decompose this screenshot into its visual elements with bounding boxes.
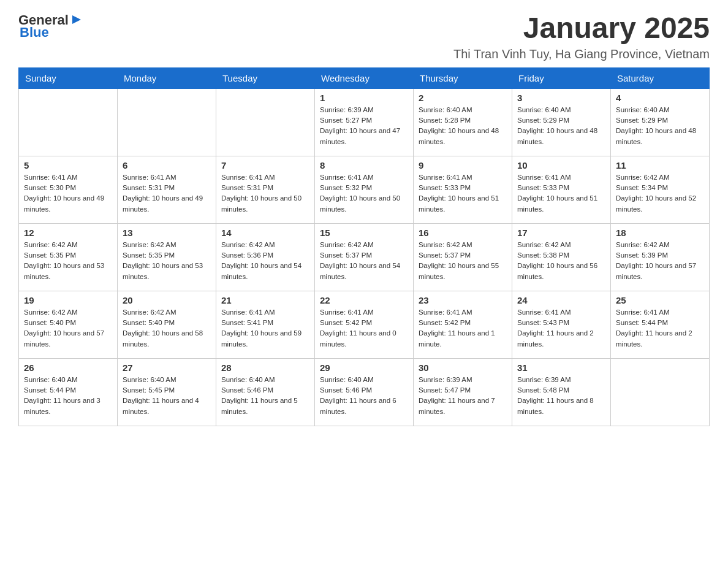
- day-info: Sunrise: 6:40 AM Sunset: 5:46 PM Dayligh…: [320, 375, 408, 417]
- day-number: 14: [221, 228, 309, 238]
- day-number: 12: [24, 228, 112, 238]
- day-info: Sunrise: 6:42 AM Sunset: 5:34 PM Dayligh…: [616, 172, 704, 215]
- calendar-cell: 19Sunrise: 6:42 AM Sunset: 5:40 PM Dayli…: [19, 291, 118, 358]
- day-number: 27: [123, 362, 211, 373]
- day-number: 18: [616, 228, 704, 238]
- calendar-cell: 2Sunrise: 6:40 AM Sunset: 5:28 PM Daylig…: [414, 88, 512, 156]
- day-info: Sunrise: 6:40 AM Sunset: 5:29 PM Dayligh…: [616, 105, 704, 147]
- day-number: 3: [517, 93, 605, 103]
- logo: General Blue: [18, 12, 83, 40]
- calendar-header-saturday: Saturday: [611, 67, 710, 88]
- calendar-cell: 3Sunrise: 6:40 AM Sunset: 5:29 PM Daylig…: [512, 88, 611, 156]
- day-number: 30: [419, 362, 507, 373]
- page-header: General Blue January 2025 Thi Tran Vinh …: [18, 12, 710, 61]
- calendar-cell: [118, 88, 216, 156]
- main-title: January 2025: [453, 12, 710, 45]
- title-section: January 2025 Thi Tran Vinh Tuy, Ha Giang…: [453, 12, 710, 61]
- day-info: Sunrise: 6:42 AM Sunset: 5:40 PM Dayligh…: [123, 307, 211, 350]
- day-number: 24: [517, 295, 605, 305]
- day-info: Sunrise: 6:41 AM Sunset: 5:31 PM Dayligh…: [123, 172, 211, 215]
- day-number: 15: [320, 228, 408, 238]
- day-info: Sunrise: 6:40 AM Sunset: 5:46 PM Dayligh…: [221, 375, 309, 417]
- day-info: Sunrise: 6:42 AM Sunset: 5:35 PM Dayligh…: [123, 240, 211, 282]
- day-number: 9: [419, 160, 507, 170]
- calendar-cell: [611, 358, 710, 426]
- day-number: 7: [221, 160, 309, 170]
- calendar-cell: 23Sunrise: 6:41 AM Sunset: 5:42 PM Dayli…: [414, 291, 512, 358]
- day-number: 22: [320, 295, 408, 305]
- day-number: 19: [24, 295, 112, 305]
- calendar-cell: 31Sunrise: 6:39 AM Sunset: 5:48 PM Dayli…: [512, 358, 611, 426]
- calendar-cell: 13Sunrise: 6:42 AM Sunset: 5:35 PM Dayli…: [118, 223, 216, 291]
- calendar-cell: 14Sunrise: 6:42 AM Sunset: 5:36 PM Dayli…: [216, 223, 315, 291]
- calendar-cell: 28Sunrise: 6:40 AM Sunset: 5:46 PM Dayli…: [216, 358, 315, 426]
- day-info: Sunrise: 6:41 AM Sunset: 5:41 PM Dayligh…: [221, 307, 309, 350]
- calendar-cell: 7Sunrise: 6:41 AM Sunset: 5:31 PM Daylig…: [216, 156, 315, 223]
- calendar-table: SundayMondayTuesdayWednesdayThursdayFrid…: [18, 67, 710, 426]
- calendar-cell: [19, 88, 118, 156]
- calendar-header-tuesday: Tuesday: [216, 67, 315, 88]
- day-number: 11: [616, 160, 704, 170]
- calendar-week-row: 1Sunrise: 6:39 AM Sunset: 5:27 PM Daylig…: [19, 88, 710, 156]
- calendar-cell: 17Sunrise: 6:42 AM Sunset: 5:38 PM Dayli…: [512, 223, 611, 291]
- calendar-cell: 11Sunrise: 6:42 AM Sunset: 5:34 PM Dayli…: [611, 156, 710, 223]
- day-info: Sunrise: 6:42 AM Sunset: 5:37 PM Dayligh…: [419, 240, 507, 282]
- day-info: Sunrise: 6:41 AM Sunset: 5:42 PM Dayligh…: [419, 307, 507, 350]
- day-number: 29: [320, 362, 408, 373]
- calendar-week-row: 5Sunrise: 6:41 AM Sunset: 5:30 PM Daylig…: [19, 156, 710, 223]
- day-number: 31: [517, 362, 605, 373]
- day-info: Sunrise: 6:41 AM Sunset: 5:32 PM Dayligh…: [320, 172, 408, 215]
- calendar-cell: 10Sunrise: 6:41 AM Sunset: 5:33 PM Dayli…: [512, 156, 611, 223]
- calendar-header-row: SundayMondayTuesdayWednesdayThursdayFrid…: [19, 67, 710, 88]
- day-number: 20: [123, 295, 211, 305]
- calendar-header-thursday: Thursday: [414, 67, 512, 88]
- logo-arrow-icon: [70, 13, 83, 26]
- day-number: 26: [24, 362, 112, 373]
- day-number: 5: [24, 160, 112, 170]
- calendar-cell: 22Sunrise: 6:41 AM Sunset: 5:42 PM Dayli…: [315, 291, 414, 358]
- day-info: Sunrise: 6:41 AM Sunset: 5:33 PM Dayligh…: [517, 172, 605, 215]
- day-info: Sunrise: 6:42 AM Sunset: 5:37 PM Dayligh…: [320, 240, 408, 282]
- calendar-header-monday: Monday: [118, 67, 216, 88]
- calendar-cell: 18Sunrise: 6:42 AM Sunset: 5:39 PM Dayli…: [611, 223, 710, 291]
- calendar-cell: 4Sunrise: 6:40 AM Sunset: 5:29 PM Daylig…: [611, 88, 710, 156]
- subtitle: Thi Tran Vinh Tuy, Ha Giang Province, Vi…: [453, 47, 710, 61]
- day-info: Sunrise: 6:40 AM Sunset: 5:44 PM Dayligh…: [24, 375, 112, 417]
- day-info: Sunrise: 6:40 AM Sunset: 5:29 PM Dayligh…: [517, 105, 605, 147]
- calendar-header-sunday: Sunday: [19, 67, 118, 88]
- day-number: 6: [123, 160, 211, 170]
- day-number: 21: [221, 295, 309, 305]
- day-number: 1: [320, 93, 408, 103]
- day-info: Sunrise: 6:41 AM Sunset: 5:30 PM Dayligh…: [24, 172, 112, 215]
- day-number: 2: [419, 93, 507, 103]
- calendar-week-row: 26Sunrise: 6:40 AM Sunset: 5:44 PM Dayli…: [19, 358, 710, 426]
- day-number: 10: [517, 160, 605, 170]
- logo-blue-text: Blue: [20, 25, 49, 40]
- calendar-header-wednesday: Wednesday: [315, 67, 414, 88]
- calendar-cell: 26Sunrise: 6:40 AM Sunset: 5:44 PM Dayli…: [19, 358, 118, 426]
- day-info: Sunrise: 6:42 AM Sunset: 5:38 PM Dayligh…: [517, 240, 605, 282]
- calendar-cell: 16Sunrise: 6:42 AM Sunset: 5:37 PM Dayli…: [414, 223, 512, 291]
- calendar-header-friday: Friday: [512, 67, 611, 88]
- calendar-cell: 8Sunrise: 6:41 AM Sunset: 5:32 PM Daylig…: [315, 156, 414, 223]
- day-number: 23: [419, 295, 507, 305]
- calendar-cell: 30Sunrise: 6:39 AM Sunset: 5:47 PM Dayli…: [414, 358, 512, 426]
- calendar-cell: 29Sunrise: 6:40 AM Sunset: 5:46 PM Dayli…: [315, 358, 414, 426]
- day-number: 28: [221, 362, 309, 373]
- calendar-cell: 21Sunrise: 6:41 AM Sunset: 5:41 PM Dayli…: [216, 291, 315, 358]
- calendar-cell: 1Sunrise: 6:39 AM Sunset: 5:27 PM Daylig…: [315, 88, 414, 156]
- day-info: Sunrise: 6:42 AM Sunset: 5:39 PM Dayligh…: [616, 240, 704, 282]
- day-info: Sunrise: 6:40 AM Sunset: 5:45 PM Dayligh…: [123, 375, 211, 417]
- calendar-week-row: 12Sunrise: 6:42 AM Sunset: 5:35 PM Dayli…: [19, 223, 710, 291]
- day-info: Sunrise: 6:39 AM Sunset: 5:27 PM Dayligh…: [320, 105, 408, 147]
- day-info: Sunrise: 6:39 AM Sunset: 5:47 PM Dayligh…: [419, 375, 507, 417]
- calendar-cell: 9Sunrise: 6:41 AM Sunset: 5:33 PM Daylig…: [414, 156, 512, 223]
- day-number: 13: [123, 228, 211, 238]
- day-info: Sunrise: 6:42 AM Sunset: 5:35 PM Dayligh…: [24, 240, 112, 282]
- calendar-cell: 12Sunrise: 6:42 AM Sunset: 5:35 PM Dayli…: [19, 223, 118, 291]
- calendar-cell: 24Sunrise: 6:41 AM Sunset: 5:43 PM Dayli…: [512, 291, 611, 358]
- calendar-cell: 25Sunrise: 6:41 AM Sunset: 5:44 PM Dayli…: [611, 291, 710, 358]
- day-number: 17: [517, 228, 605, 238]
- day-info: Sunrise: 6:40 AM Sunset: 5:28 PM Dayligh…: [419, 105, 507, 147]
- day-info: Sunrise: 6:42 AM Sunset: 5:36 PM Dayligh…: [221, 240, 309, 282]
